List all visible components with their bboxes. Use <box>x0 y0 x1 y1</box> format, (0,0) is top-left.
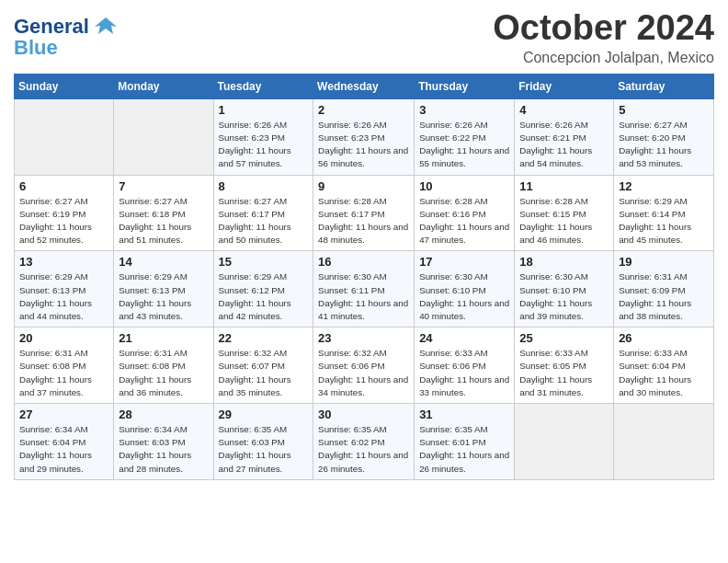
day-number: 13 <box>19 255 108 269</box>
weekday-header-wednesday: Wednesday <box>313 74 415 98</box>
calendar-cell: 8Sunrise: 6:27 AMSunset: 6:17 PMDaylight… <box>213 175 313 251</box>
day-number: 3 <box>419 103 509 117</box>
day-info: Sunrise: 6:30 AMSunset: 6:10 PMDaylight:… <box>519 270 609 323</box>
calendar-week-row: 13Sunrise: 6:29 AMSunset: 6:13 PMDayligh… <box>15 251 714 327</box>
calendar-cell <box>114 98 213 175</box>
calendar-cell: 16Sunrise: 6:30 AMSunset: 6:11 PMDayligh… <box>313 251 415 327</box>
day-info: Sunrise: 6:28 AMSunset: 6:16 PMDaylight:… <box>419 195 509 247</box>
calendar-cell <box>515 404 614 480</box>
day-info: Sunrise: 6:34 AMSunset: 6:04 PMDaylight:… <box>19 423 108 476</box>
day-info: Sunrise: 6:31 AMSunset: 6:08 PMDaylight:… <box>19 347 108 399</box>
day-info: Sunrise: 6:33 AMSunset: 6:06 PMDaylight:… <box>419 347 509 399</box>
svg-marker-0 <box>95 17 117 34</box>
day-number: 1 <box>219 103 309 117</box>
day-info: Sunrise: 6:26 AMSunset: 6:23 PMDaylight:… <box>318 119 409 171</box>
day-number: 20 <box>19 331 108 345</box>
calendar-cell <box>15 98 114 175</box>
calendar-cell: 19Sunrise: 6:31 AMSunset: 6:09 PMDayligh… <box>614 251 714 327</box>
calendar-cell: 17Sunrise: 6:30 AMSunset: 6:10 PMDayligh… <box>415 251 515 327</box>
calendar-cell: 30Sunrise: 6:35 AMSunset: 6:02 PMDayligh… <box>313 404 415 480</box>
calendar-cell: 10Sunrise: 6:28 AMSunset: 6:16 PMDayligh… <box>415 175 515 251</box>
weekday-header-monday: Monday <box>114 74 213 98</box>
day-number: 25 <box>519 331 609 345</box>
day-number: 7 <box>119 179 208 193</box>
calendar-cell <box>614 404 714 480</box>
day-info: Sunrise: 6:27 AMSunset: 6:20 PMDaylight:… <box>619 119 709 171</box>
day-number: 8 <box>219 179 309 193</box>
weekday-header-tuesday: Tuesday <box>213 74 313 98</box>
calendar-week-row: 6Sunrise: 6:27 AMSunset: 6:19 PMDaylight… <box>15 175 714 251</box>
day-info: Sunrise: 6:35 AMSunset: 6:02 PMDaylight:… <box>318 423 409 476</box>
weekday-header-saturday: Saturday <box>614 74 714 98</box>
day-number: 22 <box>219 331 309 345</box>
day-number: 14 <box>119 255 208 269</box>
calendar-cell: 3Sunrise: 6:26 AMSunset: 6:22 PMDaylight… <box>415 98 515 175</box>
day-info: Sunrise: 6:26 AMSunset: 6:21 PMDaylight:… <box>519 119 609 171</box>
logo-blue: Blue <box>14 36 58 60</box>
day-info: Sunrise: 6:27 AMSunset: 6:17 PMDaylight:… <box>219 195 309 247</box>
calendar-week-row: 27Sunrise: 6:34 AMSunset: 6:04 PMDayligh… <box>15 404 714 480</box>
calendar-cell: 29Sunrise: 6:35 AMSunset: 6:03 PMDayligh… <box>213 404 313 480</box>
calendar-cell: 26Sunrise: 6:33 AMSunset: 6:04 PMDayligh… <box>614 327 714 404</box>
day-info: Sunrise: 6:29 AMSunset: 6:13 PMDaylight:… <box>119 270 208 323</box>
day-info: Sunrise: 6:34 AMSunset: 6:03 PMDaylight:… <box>119 423 208 476</box>
logo-bird-icon <box>93 14 119 40</box>
day-info: Sunrise: 6:29 AMSunset: 6:12 PMDaylight:… <box>219 270 309 323</box>
day-info: Sunrise: 6:27 AMSunset: 6:18 PMDaylight:… <box>119 195 208 247</box>
day-number: 31 <box>419 408 509 421</box>
day-info: Sunrise: 6:30 AMSunset: 6:11 PMDaylight:… <box>318 270 409 323</box>
day-info: Sunrise: 6:30 AMSunset: 6:10 PMDaylight:… <box>419 270 509 323</box>
day-info: Sunrise: 6:31 AMSunset: 6:08 PMDaylight:… <box>119 347 208 399</box>
day-info: Sunrise: 6:29 AMSunset: 6:13 PMDaylight:… <box>19 270 108 323</box>
day-number: 30 <box>318 408 409 421</box>
day-number: 26 <box>619 331 709 345</box>
weekday-header-sunday: Sunday <box>15 74 114 98</box>
calendar-cell: 1Sunrise: 6:26 AMSunset: 6:23 PMDaylight… <box>213 98 313 175</box>
calendar-cell: 15Sunrise: 6:29 AMSunset: 6:12 PMDayligh… <box>213 251 313 327</box>
day-info: Sunrise: 6:35 AMSunset: 6:03 PMDaylight:… <box>219 423 309 476</box>
page-header: General Blue October 2024 Concepcion Jol… <box>14 9 714 66</box>
calendar-cell: 4Sunrise: 6:26 AMSunset: 6:21 PMDaylight… <box>515 98 614 175</box>
day-number: 4 <box>519 103 609 117</box>
day-number: 24 <box>419 331 509 345</box>
calendar-cell: 20Sunrise: 6:31 AMSunset: 6:08 PMDayligh… <box>15 327 114 404</box>
calendar-cell: 27Sunrise: 6:34 AMSunset: 6:04 PMDayligh… <box>15 404 114 480</box>
day-info: Sunrise: 6:27 AMSunset: 6:19 PMDaylight:… <box>19 195 108 247</box>
calendar-cell: 9Sunrise: 6:28 AMSunset: 6:17 PMDaylight… <box>313 175 415 251</box>
calendar-week-row: 1Sunrise: 6:26 AMSunset: 6:23 PMDaylight… <box>15 98 714 175</box>
calendar-cell: 13Sunrise: 6:29 AMSunset: 6:13 PMDayligh… <box>15 251 114 327</box>
day-number: 19 <box>619 255 709 269</box>
calendar-cell: 18Sunrise: 6:30 AMSunset: 6:10 PMDayligh… <box>515 251 614 327</box>
day-info: Sunrise: 6:35 AMSunset: 6:01 PMDaylight:… <box>419 423 509 476</box>
calendar-cell: 14Sunrise: 6:29 AMSunset: 6:13 PMDayligh… <box>114 251 213 327</box>
calendar-cell: 22Sunrise: 6:32 AMSunset: 6:07 PMDayligh… <box>213 327 313 404</box>
day-info: Sunrise: 6:33 AMSunset: 6:05 PMDaylight:… <box>519 347 609 399</box>
logo: General Blue <box>14 14 119 60</box>
day-number: 18 <box>519 255 609 269</box>
weekday-header-row: SundayMondayTuesdayWednesdayThursdayFrid… <box>15 74 714 98</box>
calendar-cell: 11Sunrise: 6:28 AMSunset: 6:15 PMDayligh… <box>515 175 614 251</box>
day-info: Sunrise: 6:31 AMSunset: 6:09 PMDaylight:… <box>619 270 709 323</box>
calendar-cell: 24Sunrise: 6:33 AMSunset: 6:06 PMDayligh… <box>415 327 515 404</box>
day-number: 28 <box>119 408 208 421</box>
day-number: 12 <box>619 179 709 193</box>
calendar-cell: 21Sunrise: 6:31 AMSunset: 6:08 PMDayligh… <box>114 327 213 404</box>
calendar-cell: 23Sunrise: 6:32 AMSunset: 6:06 PMDayligh… <box>313 327 415 404</box>
day-info: Sunrise: 6:26 AMSunset: 6:23 PMDaylight:… <box>219 119 309 171</box>
day-number: 17 <box>419 255 509 269</box>
day-number: 2 <box>318 103 409 117</box>
day-number: 23 <box>318 331 409 345</box>
calendar-cell: 2Sunrise: 6:26 AMSunset: 6:23 PMDaylight… <box>313 98 415 175</box>
day-number: 10 <box>419 179 509 193</box>
weekday-header-friday: Friday <box>515 74 614 98</box>
calendar-week-row: 20Sunrise: 6:31 AMSunset: 6:08 PMDayligh… <box>15 327 714 404</box>
calendar-cell: 6Sunrise: 6:27 AMSunset: 6:19 PMDaylight… <box>15 175 114 251</box>
day-number: 27 <box>19 408 108 421</box>
day-info: Sunrise: 6:28 AMSunset: 6:17 PMDaylight:… <box>318 195 409 247</box>
calendar-cell: 7Sunrise: 6:27 AMSunset: 6:18 PMDaylight… <box>114 175 213 251</box>
calendar-cell: 28Sunrise: 6:34 AMSunset: 6:03 PMDayligh… <box>114 404 213 480</box>
day-number: 21 <box>119 331 208 345</box>
weekday-header-thursday: Thursday <box>415 74 515 98</box>
day-number: 11 <box>519 179 609 193</box>
day-info: Sunrise: 6:33 AMSunset: 6:04 PMDaylight:… <box>619 347 709 399</box>
